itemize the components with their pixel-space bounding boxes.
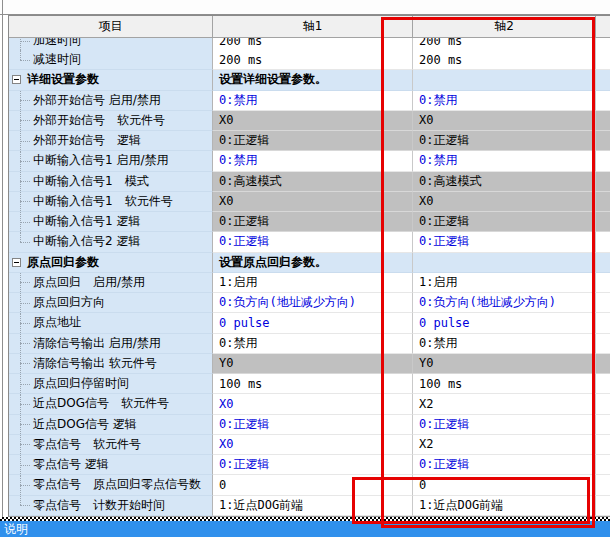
param-value-cell-axis1[interactable]: 200 ms — [213, 50, 413, 70]
param-value-cell-axis2[interactable]: 0:正逻辑 — [413, 415, 596, 435]
param-value-cell-axis2[interactable]: X2 — [413, 435, 596, 455]
param-label-cell[interactable]: 近点DOG信号 软元件号 — [9, 394, 213, 414]
param-value-cell-axis2[interactable]: 0:禁用 — [413, 91, 596, 111]
param-value-cell-axis1[interactable]: X0 — [213, 394, 413, 414]
param-value-cell-axis1[interactable]: 0:正逻辑 — [213, 232, 413, 252]
param-value-cell-axis2[interactable]: 0:禁用 — [413, 151, 596, 171]
param-value-cell-axis1[interactable]: 0:正逻辑 — [213, 415, 413, 435]
table-row[interactable]: 加速时间200 ms200 ms — [9, 38, 610, 50]
table-row[interactable]: 近点DOG信号 逻辑0:正逻辑0:正逻辑 — [9, 415, 610, 435]
param-label-cell[interactable]: 加速时间 — [9, 38, 213, 50]
collapse-minus-icon[interactable] — [12, 258, 21, 267]
param-value-cell-axis1[interactable]: 0 — [213, 475, 413, 495]
table-row[interactable]: 外部开始信号 逻辑0:正逻辑0:正逻辑 — [9, 131, 610, 151]
param-value-cell-axis2[interactable]: 0:负方向(地址减少方向) — [413, 293, 596, 313]
param-label-cell[interactable]: 外部开始信号 逻辑 — [9, 131, 213, 151]
param-value-cell-axis1[interactable]: 0:正逻辑 — [213, 131, 413, 151]
param-value-cell-axis1[interactable]: X0 — [213, 435, 413, 455]
table-row[interactable]: 中断输入信号1 模式0:高速模式0:高速模式 — [9, 172, 610, 192]
table-row[interactable]: 清除信号输出 软元件号Y0Y0 — [9, 354, 610, 374]
param-value-cell-axis2[interactable]: 200 ms — [413, 50, 596, 70]
collapse-minus-icon[interactable] — [12, 75, 21, 84]
param-value-cell-axis2[interactable]: 0 pulse — [413, 313, 596, 333]
table-row[interactable]: 中断输入信号1 软元件号X0X0 — [9, 192, 610, 212]
param-label-cell[interactable]: 原点回归 启用/禁用 — [9, 273, 213, 293]
param-value-cell-axis2[interactable]: X2 — [413, 394, 596, 414]
param-label-cell[interactable]: 原点回归停留时间 — [9, 374, 213, 394]
table-row[interactable]: 清除信号输出 启用/禁用0:禁用0:禁用 — [9, 334, 610, 354]
param-value-cell-axis1[interactable]: 0:高速模式 — [213, 172, 413, 192]
param-value-cell-axis2[interactable]: 100 ms — [413, 374, 596, 394]
param-value-cell-axis2[interactable]: 0:高速模式 — [413, 172, 596, 192]
param-value-cell-axis2[interactable]: 0:禁用 — [413, 334, 596, 354]
table-row[interactable]: 原点回归参数设置原点回归参数。 — [9, 253, 610, 273]
param-value-cell-axis2[interactable]: 1:启用 — [413, 273, 596, 293]
param-value-cell-axis2[interactable] — [413, 70, 596, 90]
param-value-cell-axis1[interactable]: 0:正逻辑 — [213, 212, 413, 232]
param-label-cell[interactable]: 中断输入信号1 模式 — [9, 172, 213, 192]
param-label-cell[interactable]: 详细设置参数 — [9, 70, 213, 90]
table-row[interactable]: 原点回归 启用/禁用1:启用1:启用 — [9, 273, 610, 293]
param-value-cell-axis1[interactable]: X0 — [213, 192, 413, 212]
param-value-cell-axis2[interactable]: Y0 — [413, 354, 596, 374]
param-value-cell-axis1[interactable]: 0:正逻辑 — [213, 455, 413, 475]
param-value-cell-axis2[interactable]: 1:近点DOG前端 — [413, 496, 596, 516]
table-row[interactable]: 中断输入信号1 逻辑0:正逻辑0:正逻辑 — [9, 212, 610, 232]
param-value-cell-axis2[interactable]: 0:正逻辑 — [413, 455, 596, 475]
param-label-cell[interactable]: 减速时间 — [9, 50, 213, 70]
section-description-cell[interactable]: 设置原点回归参数。 — [213, 253, 413, 273]
filler-cell — [596, 273, 610, 293]
table-row[interactable]: 原点回归停留时间100 ms100 ms — [9, 374, 610, 394]
filler-cell — [596, 496, 610, 516]
param-value-cell-axis2[interactable]: 0 — [413, 475, 596, 495]
param-value-cell-axis2[interactable]: 200 ms — [413, 38, 596, 50]
param-value-cell-axis1[interactable]: 1:启用 — [213, 273, 413, 293]
param-label-cell[interactable]: 零点信号 计数开始时间 — [9, 496, 213, 516]
param-label-cell[interactable]: 外部开始信号 启用/禁用 — [9, 91, 213, 111]
table-row[interactable]: 零点信号 计数开始时间1:近点DOG前端1:近点DOG前端 — [9, 496, 610, 516]
param-label-cell[interactable]: 中断输入信号1 软元件号 — [9, 192, 213, 212]
param-label-cell[interactable]: 零点信号 原点回归零点信号数 — [9, 475, 213, 495]
param-label-cell[interactable]: 近点DOG信号 逻辑 — [9, 415, 213, 435]
param-value-cell-axis2[interactable]: X0 — [413, 192, 596, 212]
table-row[interactable]: 外部开始信号 启用/禁用0:禁用0:禁用 — [9, 91, 610, 111]
param-value-cell-axis1[interactable]: 200 ms — [213, 38, 413, 50]
table-row[interactable]: 中断输入信号1 启用/禁用0:禁用0:禁用 — [9, 151, 610, 171]
param-value-cell-axis1[interactable]: Y0 — [213, 354, 413, 374]
param-value-cell-axis1[interactable]: 0:负方向(地址减少方向) — [213, 293, 413, 313]
param-value-cell-axis1[interactable]: 0:禁用 — [213, 151, 413, 171]
table-row[interactable]: 零点信号 逻辑0:正逻辑0:正逻辑 — [9, 455, 610, 475]
param-value-cell-axis1[interactable]: 0:禁用 — [213, 334, 413, 354]
table-row[interactable]: 零点信号 软元件号X0X2 — [9, 435, 610, 455]
param-label-cell[interactable]: 原点地址 — [9, 313, 213, 333]
param-label-cell[interactable]: 清除信号输出 软元件号 — [9, 354, 213, 374]
table-row[interactable]: 原点地址0 pulse0 pulse — [9, 313, 610, 333]
param-label-cell[interactable]: 原点回归参数 — [9, 253, 213, 273]
param-value-cell-axis2[interactable]: 0:正逻辑 — [413, 212, 596, 232]
param-label-cell[interactable]: 清除信号输出 启用/禁用 — [9, 334, 213, 354]
param-label-cell[interactable]: 外部开始信号 软元件号 — [9, 111, 213, 131]
table-row[interactable]: 原点回归方向0:负方向(地址减少方向)0:负方向(地址减少方向) — [9, 293, 610, 313]
table-row[interactable]: 近点DOG信号 软元件号X0X2 — [9, 394, 610, 414]
param-label-cell[interactable]: 中断输入信号2 逻辑 — [9, 232, 213, 252]
table-row[interactable]: 中断输入信号2 逻辑0:正逻辑0:正逻辑 — [9, 232, 610, 252]
table-row[interactable]: 外部开始信号 软元件号X0X0 — [9, 111, 610, 131]
param-value-cell-axis2[interactable]: X0 — [413, 111, 596, 131]
param-value-cell-axis2[interactable]: 0:正逻辑 — [413, 131, 596, 151]
param-label-cell[interactable]: 中断输入信号1 启用/禁用 — [9, 151, 213, 171]
param-label-cell[interactable]: 原点回归方向 — [9, 293, 213, 313]
table-row[interactable]: 零点信号 原点回归零点信号数00 — [9, 475, 610, 495]
param-value-cell-axis1[interactable]: X0 — [213, 111, 413, 131]
param-value-cell-axis2[interactable] — [413, 253, 596, 273]
param-value-cell-axis1[interactable]: 100 ms — [213, 374, 413, 394]
param-value-cell-axis2[interactable]: 0:正逻辑 — [413, 232, 596, 252]
param-value-cell-axis1[interactable]: 1:近点DOG前端 — [213, 496, 413, 516]
param-label-cell[interactable]: 零点信号 软元件号 — [9, 435, 213, 455]
param-value-cell-axis1[interactable]: 0 pulse — [213, 313, 413, 333]
param-value-cell-axis1[interactable]: 0:禁用 — [213, 91, 413, 111]
section-description-cell[interactable]: 设置详细设置参数。 — [213, 70, 413, 90]
table-row[interactable]: 详细设置参数设置详细设置参数。 — [9, 70, 610, 90]
param-label-cell[interactable]: 中断输入信号1 逻辑 — [9, 212, 213, 232]
table-row[interactable]: 减速时间200 ms200 ms — [9, 50, 610, 70]
param-label-cell[interactable]: 零点信号 逻辑 — [9, 455, 213, 475]
